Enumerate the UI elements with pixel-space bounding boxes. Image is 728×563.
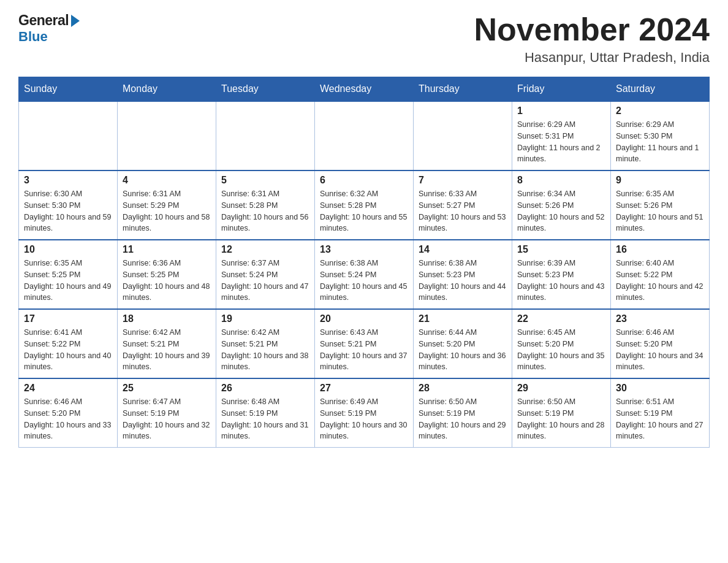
day-header-saturday: Saturday: [611, 77, 710, 102]
week-row-0: 1Sunrise: 6:29 AMSunset: 5:31 PMDaylight…: [19, 101, 710, 170]
calendar-cell: 6Sunrise: 6:32 AMSunset: 5:28 PMDaylight…: [315, 170, 414, 240]
calendar-cell: 9Sunrise: 6:35 AMSunset: 5:26 PMDaylight…: [611, 170, 710, 240]
day-number: 4: [123, 175, 211, 186]
day-info: Sunrise: 6:29 AMSunset: 5:30 PMDaylight:…: [616, 119, 704, 165]
day-number: 24: [24, 383, 112, 394]
calendar-cell: [414, 101, 512, 170]
logo-blue-text: Blue: [18, 29, 48, 45]
calendar-cell: 24Sunrise: 6:46 AMSunset: 5:20 PMDayligh…: [19, 378, 118, 448]
day-info: Sunrise: 6:35 AMSunset: 5:25 PMDaylight:…: [24, 258, 112, 304]
week-row-4: 24Sunrise: 6:46 AMSunset: 5:20 PMDayligh…: [19, 378, 710, 448]
day-info: Sunrise: 6:29 AMSunset: 5:31 PMDaylight:…: [517, 119, 605, 165]
header: General Blue November 2024 Hasanpur, Utt…: [18, 12, 710, 66]
day-number: 13: [320, 244, 408, 255]
day-number: 17: [24, 313, 112, 324]
day-info: Sunrise: 6:48 AMSunset: 5:19 PMDaylight:…: [221, 396, 309, 442]
logo: General Blue: [18, 12, 81, 45]
calendar-cell: 16Sunrise: 6:40 AMSunset: 5:22 PMDayligh…: [611, 240, 710, 309]
day-number: 19: [221, 313, 309, 324]
calendar-cell: 2Sunrise: 6:29 AMSunset: 5:30 PMDaylight…: [611, 101, 710, 170]
calendar-cell: 1Sunrise: 6:29 AMSunset: 5:31 PMDaylight…: [512, 101, 611, 170]
day-number: 26: [221, 383, 309, 394]
calendar-body: 1Sunrise: 6:29 AMSunset: 5:31 PMDaylight…: [19, 101, 710, 448]
day-info: Sunrise: 6:49 AMSunset: 5:19 PMDaylight:…: [320, 396, 408, 442]
day-info: Sunrise: 6:44 AMSunset: 5:20 PMDaylight:…: [419, 327, 507, 373]
calendar-cell: 5Sunrise: 6:31 AMSunset: 5:28 PMDaylight…: [216, 170, 315, 240]
calendar-cell: [19, 101, 118, 170]
calendar-cell: 17Sunrise: 6:41 AMSunset: 5:22 PMDayligh…: [19, 309, 118, 378]
day-info: Sunrise: 6:40 AMSunset: 5:22 PMDaylight:…: [616, 258, 704, 304]
day-number: 3: [24, 175, 112, 186]
day-info: Sunrise: 6:36 AMSunset: 5:25 PMDaylight:…: [123, 258, 211, 304]
calendar-cell: 29Sunrise: 6:50 AMSunset: 5:19 PMDayligh…: [512, 378, 611, 448]
logo-general-text: General: [18, 12, 69, 29]
day-header-sunday: Sunday: [19, 77, 118, 102]
day-info: Sunrise: 6:50 AMSunset: 5:19 PMDaylight:…: [419, 396, 507, 442]
day-number: 14: [419, 244, 507, 255]
day-number: 20: [320, 313, 408, 324]
calendar-cell: 8Sunrise: 6:34 AMSunset: 5:26 PMDaylight…: [512, 170, 611, 240]
location-subtitle: Hasanpur, Uttar Pradesh, India: [474, 50, 710, 66]
calendar-cell: 13Sunrise: 6:38 AMSunset: 5:24 PMDayligh…: [315, 240, 414, 309]
day-info: Sunrise: 6:41 AMSunset: 5:22 PMDaylight:…: [24, 327, 112, 373]
calendar-header: SundayMondayTuesdayWednesdayThursdayFrid…: [19, 77, 710, 102]
day-number: 9: [616, 175, 704, 186]
calendar-cell: 7Sunrise: 6:33 AMSunset: 5:27 PMDaylight…: [414, 170, 512, 240]
calendar-cell: 4Sunrise: 6:31 AMSunset: 5:29 PMDaylight…: [118, 170, 216, 240]
day-header-thursday: Thursday: [414, 77, 512, 102]
day-number: 5: [221, 175, 309, 186]
week-row-1: 3Sunrise: 6:30 AMSunset: 5:30 PMDaylight…: [19, 170, 710, 240]
day-info: Sunrise: 6:35 AMSunset: 5:26 PMDaylight:…: [616, 188, 704, 234]
days-of-week-row: SundayMondayTuesdayWednesdayThursdayFrid…: [19, 77, 710, 102]
day-info: Sunrise: 6:31 AMSunset: 5:29 PMDaylight:…: [123, 188, 211, 234]
day-number: 11: [123, 244, 211, 255]
day-header-monday: Monday: [118, 77, 216, 102]
calendar-table: SundayMondayTuesdayWednesdayThursdayFrid…: [18, 77, 710, 448]
calendar-cell: 10Sunrise: 6:35 AMSunset: 5:25 PMDayligh…: [19, 240, 118, 309]
calendar-cell: 30Sunrise: 6:51 AMSunset: 5:19 PMDayligh…: [611, 378, 710, 448]
day-info: Sunrise: 6:50 AMSunset: 5:19 PMDaylight:…: [517, 396, 605, 442]
day-number: 15: [517, 244, 605, 255]
week-row-3: 17Sunrise: 6:41 AMSunset: 5:22 PMDayligh…: [19, 309, 710, 378]
calendar-cell: 27Sunrise: 6:49 AMSunset: 5:19 PMDayligh…: [315, 378, 414, 448]
day-info: Sunrise: 6:32 AMSunset: 5:28 PMDaylight:…: [320, 188, 408, 234]
day-info: Sunrise: 6:33 AMSunset: 5:27 PMDaylight:…: [419, 188, 507, 234]
day-number: 28: [419, 383, 507, 394]
day-info: Sunrise: 6:30 AMSunset: 5:30 PMDaylight:…: [24, 188, 112, 234]
day-number: 6: [320, 175, 408, 186]
day-info: Sunrise: 6:38 AMSunset: 5:24 PMDaylight:…: [320, 258, 408, 304]
day-header-wednesday: Wednesday: [315, 77, 414, 102]
calendar-cell: 14Sunrise: 6:38 AMSunset: 5:23 PMDayligh…: [414, 240, 512, 309]
day-header-friday: Friday: [512, 77, 611, 102]
day-number: 18: [123, 313, 211, 324]
day-info: Sunrise: 6:45 AMSunset: 5:20 PMDaylight:…: [517, 327, 605, 373]
day-number: 25: [123, 383, 211, 394]
calendar-cell: [118, 101, 216, 170]
day-info: Sunrise: 6:42 AMSunset: 5:21 PMDaylight:…: [221, 327, 309, 373]
day-info: Sunrise: 6:47 AMSunset: 5:19 PMDaylight:…: [123, 396, 211, 442]
day-number: 16: [616, 244, 704, 255]
day-number: 10: [24, 244, 112, 255]
day-info: Sunrise: 6:43 AMSunset: 5:21 PMDaylight:…: [320, 327, 408, 373]
calendar-cell: 23Sunrise: 6:46 AMSunset: 5:20 PMDayligh…: [611, 309, 710, 378]
calendar-cell: [315, 101, 414, 170]
day-info: Sunrise: 6:51 AMSunset: 5:19 PMDaylight:…: [616, 396, 704, 442]
day-number: 7: [419, 175, 507, 186]
logo-arrow-icon: [71, 15, 80, 27]
week-row-2: 10Sunrise: 6:35 AMSunset: 5:25 PMDayligh…: [19, 240, 710, 309]
day-number: 30: [616, 383, 704, 394]
day-number: 8: [517, 175, 605, 186]
day-info: Sunrise: 6:39 AMSunset: 5:23 PMDaylight:…: [517, 258, 605, 304]
calendar-cell: 3Sunrise: 6:30 AMSunset: 5:30 PMDaylight…: [19, 170, 118, 240]
day-info: Sunrise: 6:46 AMSunset: 5:20 PMDaylight:…: [24, 396, 112, 442]
title-area: November 2024 Hasanpur, Uttar Pradesh, I…: [474, 12, 710, 66]
day-info: Sunrise: 6:31 AMSunset: 5:28 PMDaylight:…: [221, 188, 309, 234]
calendar-cell: 25Sunrise: 6:47 AMSunset: 5:19 PMDayligh…: [118, 378, 216, 448]
calendar-cell: [216, 101, 315, 170]
day-number: 22: [517, 313, 605, 324]
calendar-cell: 12Sunrise: 6:37 AMSunset: 5:24 PMDayligh…: [216, 240, 315, 309]
day-number: 29: [517, 383, 605, 394]
day-info: Sunrise: 6:46 AMSunset: 5:20 PMDaylight:…: [616, 327, 704, 373]
day-number: 21: [419, 313, 507, 324]
day-number: 27: [320, 383, 408, 394]
